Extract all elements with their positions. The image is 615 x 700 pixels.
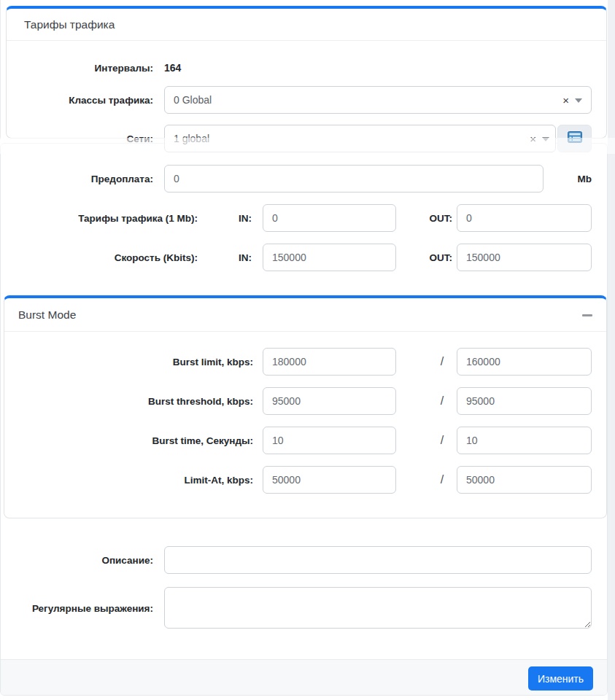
tariff-out-input[interactable] [457, 204, 592, 232]
limit-at-out-input[interactable] [457, 466, 592, 494]
burst-threshold-row: Burst threshold, kbps: / [0, 387, 615, 415]
description-input[interactable] [164, 546, 592, 574]
intervals-label: Интервалы: [0, 60, 153, 76]
traffic-classes-row: Классы трафика: 0 Global × [0, 86, 615, 114]
networks-selected-value: 1 global [174, 133, 209, 144]
burst-mode-title: Burst Mode [18, 308, 76, 321]
traffic-classes-label: Классы трафика: [0, 86, 153, 114]
regex-label: Регулярные выражения: [0, 587, 153, 629]
burst-limit-label: Burst limit, kbps: [0, 348, 253, 376]
tariffs-card-title: Тарифы трафика [24, 18, 115, 31]
prepaid-row: Предоплата: Mb [0, 165, 615, 192]
burst-time-in-input[interactable] [263, 427, 396, 454]
speed-in-input[interactable] [263, 244, 396, 271]
table-list-icon [568, 131, 582, 146]
burst-threshold-label: Burst threshold, kbps: [0, 387, 253, 415]
chevron-down-icon[interactable] [542, 137, 549, 141]
submit-button[interactable]: Изменить [528, 666, 593, 691]
description-label: Описание: [0, 546, 153, 574]
out-label: OUT: [402, 244, 452, 271]
tariff-rate-row: Тарифы трафика (1 Mb): IN: OUT: [0, 204, 615, 232]
in-label: IN: [204, 244, 252, 271]
chevron-down-icon[interactable] [575, 98, 582, 103]
burst-threshold-out-input[interactable] [457, 387, 592, 415]
out-label: OUT: [402, 204, 452, 232]
clear-selection-icon[interactable]: × [530, 125, 536, 152]
burst-threshold-in-input[interactable] [263, 387, 396, 415]
tariff-rate-label: Тарифы трафика (1 Mb): [0, 204, 198, 232]
tariffs-card-header: Тарифы трафика [7, 9, 606, 41]
burst-time-out-input[interactable] [457, 427, 592, 454]
speed-row: Скорость (Kbits): IN: OUT: [0, 244, 615, 271]
traffic-classes-select[interactable]: 0 Global × [164, 86, 592, 114]
prepaid-label: Предоплата: [0, 165, 153, 192]
clear-selection-icon[interactable]: × [562, 87, 569, 113]
slash-separator: / [434, 387, 450, 415]
form-footer [1, 659, 607, 695]
description-row: Описание: [0, 546, 615, 574]
burst-mode-header: Burst Mode [4, 298, 606, 332]
tariff-in-input[interactable] [263, 204, 396, 232]
regex-textarea[interactable] [164, 587, 592, 629]
limit-at-label: Limit-At, kbps: [0, 466, 253, 494]
burst-limit-in-input[interactable] [263, 348, 396, 376]
slash-separator: / [434, 427, 450, 454]
traffic-classes-selected-value: 0 Global [174, 94, 212, 106]
slash-separator: / [434, 466, 450, 494]
traffic-tariffs-page: Тарифы трафика Интервалы: 164 Классы тра… [0, 0, 615, 700]
regex-row: Регулярные выражения: [0, 587, 615, 629]
prepaid-input[interactable] [164, 165, 544, 192]
burst-limit-out-input[interactable] [457, 348, 592, 376]
limit-at-row: Limit-At, kbps: / [0, 466, 615, 494]
limit-at-in-input[interactable] [263, 466, 396, 494]
in-label: IN: [204, 204, 252, 232]
networks-row: Сети: 1 global × [0, 125, 615, 152]
networks-label: Сети: [0, 125, 153, 152]
speed-label: Скорость (Kbits): [0, 244, 198, 271]
intervals-value: 164 [164, 60, 181, 76]
speed-out-input[interactable] [457, 244, 592, 271]
prepaid-unit-label: Mb [548, 165, 592, 192]
collapse-icon[interactable] [582, 314, 592, 316]
intervals-row: Интервалы: 164 [0, 60, 615, 76]
burst-limit-row: Burst limit, kbps: / [0, 348, 615, 376]
burst-time-label: Burst time, Секунды: [0, 427, 253, 454]
burst-time-row: Burst time, Секунды: / [0, 427, 615, 454]
networks-select[interactable]: 1 global × [164, 125, 556, 152]
networks-table-button[interactable] [557, 125, 592, 152]
slash-separator: / [434, 348, 450, 376]
